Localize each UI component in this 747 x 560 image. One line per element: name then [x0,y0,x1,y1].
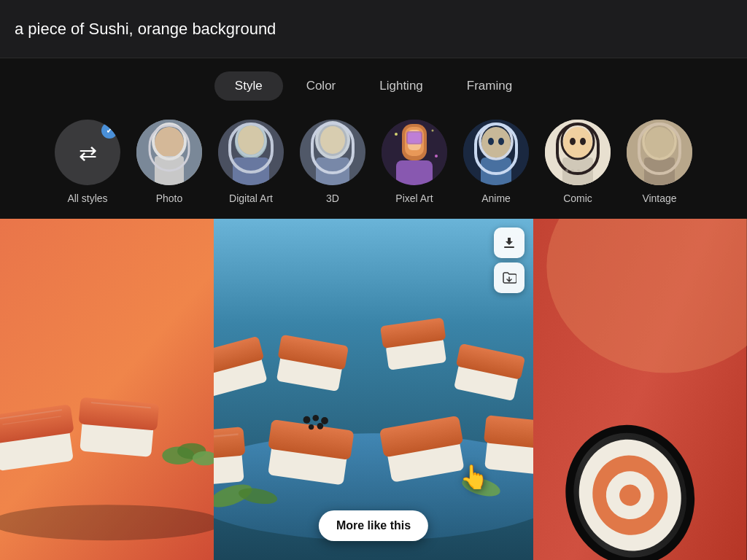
anime-style-svg [463,120,529,185]
style-label-digital-art: Digital Art [229,192,273,204]
svg-point-43 [577,169,580,172]
more-like-this-button[interactable]: More like this [319,510,428,541]
svg-point-24 [395,133,398,136]
action-buttons [494,228,525,293]
style-circle-all: ⇄ ✓ [55,120,120,185]
svg-point-81 [303,416,310,424]
style-circle-comic [545,120,611,185]
image-grid: 👆 More like this [0,219,747,560]
svg-rect-49 [627,120,692,185]
style-label-anime: Anime [481,192,511,204]
tabs-row: Style Color Lighting Framing [0,58,747,112]
tab-color[interactable]: Color [286,71,357,101]
style-label-photo: Photo [156,192,183,204]
style-circle-3d [300,120,365,185]
svg-point-13 [320,126,345,154]
style-circle-vintage [627,120,692,185]
style-circle-digital-art [218,120,284,185]
left-sushi-image [0,219,214,560]
svg-point-39 [570,138,576,145]
digital-art-style-svg [218,120,284,185]
svg-point-51 [0,505,214,540]
style-item-comic[interactable]: Comic [545,120,611,204]
vintage-style-svg [627,120,692,185]
svg-rect-89 [504,246,514,248]
style-circle-anime [463,120,529,185]
style-label-all: All styles [67,192,107,204]
selected-checkmark: ✓ [101,122,117,139]
svg-rect-23 [396,160,433,185]
svg-point-32 [488,138,494,145]
style-label-pixel-art: Pixel Art [395,192,433,204]
svg-point-26 [435,155,438,158]
style-label-vintage: Vintage [642,192,676,204]
svg-point-84 [309,424,314,429]
style-label-3d: 3D [326,192,339,204]
svg-point-83 [321,417,328,424]
save-folder-icon [502,271,516,285]
style-label-comic: Comic [563,192,592,204]
svg-point-7 [238,125,264,155]
svg-point-82 [312,415,319,421]
image-right[interactable] [533,219,747,560]
styles-row: ⇄ ✓ All styles Photo [0,112,747,219]
style-item-pixel-art[interactable]: Pixel Art [382,120,447,204]
style-item-photo[interactable]: Photo [136,120,202,204]
search-bar [0,0,747,58]
middle-sushi-image [214,219,534,560]
tab-framing[interactable]: Framing [446,71,533,101]
search-input[interactable] [15,20,732,39]
svg-point-41 [565,169,568,172]
style-item-all[interactable]: ⇄ ✓ All styles [55,120,120,204]
comic-style-svg [545,120,611,185]
photo-style-svg [136,120,202,185]
style-item-digital-art[interactable]: Digital Art [218,120,284,204]
svg-rect-22 [408,133,421,143]
svg-point-85 [317,423,323,429]
image-left[interactable] [0,219,214,560]
svg-point-25 [432,130,434,132]
style-item-vintage[interactable]: Vintage [627,120,692,204]
tab-lighting[interactable]: Lighting [359,71,444,101]
tab-style[interactable]: Style [214,71,283,101]
download-button[interactable] [494,228,525,258]
style-item-3d[interactable]: 3D [300,120,365,204]
svg-point-42 [571,169,574,172]
svg-point-40 [580,138,586,145]
save-to-folder-button[interactable] [494,262,525,293]
cursor-pointer: 👆 [460,463,489,491]
right-sushi-image [533,219,747,560]
svg-point-33 [498,138,504,145]
pixel-art-style-svg [382,120,447,185]
image-middle[interactable]: 👆 More like this [214,219,534,560]
3d-style-svg [300,120,365,185]
download-icon [502,236,516,250]
shuffle-icon: ⇄ [79,140,97,166]
style-circle-pixel-art [382,120,447,185]
style-circle-photo [136,120,202,185]
style-item-anime[interactable]: Anime [463,120,529,204]
